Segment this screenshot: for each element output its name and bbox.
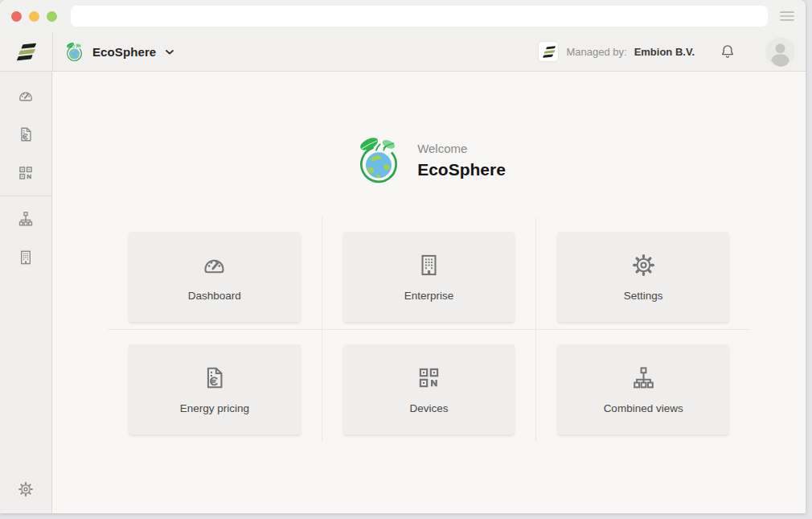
welcome-title: EcoSphere [417, 160, 506, 179]
card-label: Settings [624, 290, 663, 302]
browser-toolbar [0, 0, 806, 32]
devices-grid-icon [17, 164, 35, 182]
managed-by: Managed by: Embion B.V. [538, 41, 695, 62]
window-maximize-button[interactable] [47, 11, 57, 22]
sidebar-item-dashboard[interactable] [0, 76, 51, 115]
bell-icon [719, 43, 736, 60]
hierarchy-icon [630, 365, 657, 391]
card-label: Devices [409, 402, 448, 414]
card-label: Enterprise [404, 290, 454, 302]
card-label: Dashboard [188, 290, 241, 302]
card-enterprise[interactable]: Enterprise [343, 232, 515, 322]
card-dashboard[interactable]: Dashboard [129, 232, 301, 322]
sidebar [0, 72, 52, 513]
avatar [765, 37, 795, 67]
gear-icon [17, 480, 35, 498]
workspace-switcher[interactable]: EcoSphere [53, 32, 174, 71]
grid-cell: Devices [322, 330, 536, 442]
sidebar-item-energy-pricing[interactable] [0, 115, 51, 154]
gear-icon [630, 252, 657, 278]
managed-by-org: Embion B.V. [634, 46, 695, 58]
grid-cell: Dashboard [108, 217, 322, 330]
chevron-down-icon [166, 50, 174, 55]
app-header: EcoSphere Managed by: Embion B.V. [0, 32, 806, 72]
url-bar[interactable] [71, 6, 768, 27]
managed-by-label: Managed by: [566, 46, 626, 58]
card-energy-pricing[interactable]: Energy pricing [129, 344, 301, 435]
card-label: Combined views [604, 402, 683, 414]
sidebar-item-settings[interactable] [0, 470, 51, 509]
sidebar-item-enterprise[interactable] [0, 238, 51, 277]
browser-window: EcoSphere Managed by: Embion B.V. [0, 0, 806, 513]
workspace-name: EcoSphere [92, 45, 156, 59]
welcome-block: Welcome EcoSphere [352, 134, 506, 187]
gauge-icon [17, 87, 35, 105]
window-minimize-button[interactable] [29, 11, 39, 22]
grid-cell: Settings [536, 217, 751, 330]
sidebar-item-devices[interactable] [0, 154, 51, 192]
document-euro-icon [201, 365, 228, 391]
gauge-icon [201, 252, 228, 278]
welcome-greeting: Welcome [417, 142, 506, 155]
document-euro-icon [17, 126, 35, 143]
browser-menu-icon[interactable] [779, 8, 795, 24]
hierarchy-icon [17, 210, 35, 228]
card-devices[interactable]: Devices [343, 344, 515, 435]
devices-grid-icon [416, 365, 442, 391]
building-icon [416, 252, 442, 278]
notifications-button[interactable] [719, 43, 736, 60]
window-controls [11, 11, 57, 22]
grid-cell: Enterprise [322, 217, 536, 330]
ecosphere-logo-icon [64, 41, 85, 63]
sidebar-item-combined-views[interactable] [0, 200, 51, 238]
window-close-button[interactable] [11, 11, 22, 22]
embion-badge-icon [538, 41, 559, 62]
card-label: Energy pricing [180, 402, 249, 414]
grid-cell: Energy pricing [108, 330, 322, 442]
building-icon [17, 249, 35, 266]
sidebar-divider [0, 196, 51, 196]
card-combined-views[interactable]: Combined views [557, 344, 730, 435]
nav-card-grid: Dashboard Enterprise Settings Energy pri… [108, 217, 751, 442]
user-menu-button[interactable] [755, 37, 806, 67]
card-settings[interactable]: Settings [557, 232, 730, 322]
embion-logo [0, 32, 53, 71]
main-content: Welcome EcoSphere Dashboard Enterprise S… [52, 72, 806, 513]
ecosphere-logo-icon [352, 134, 405, 187]
grid-cell: Combined views [536, 330, 751, 442]
embion-logo-icon [16, 43, 37, 60]
